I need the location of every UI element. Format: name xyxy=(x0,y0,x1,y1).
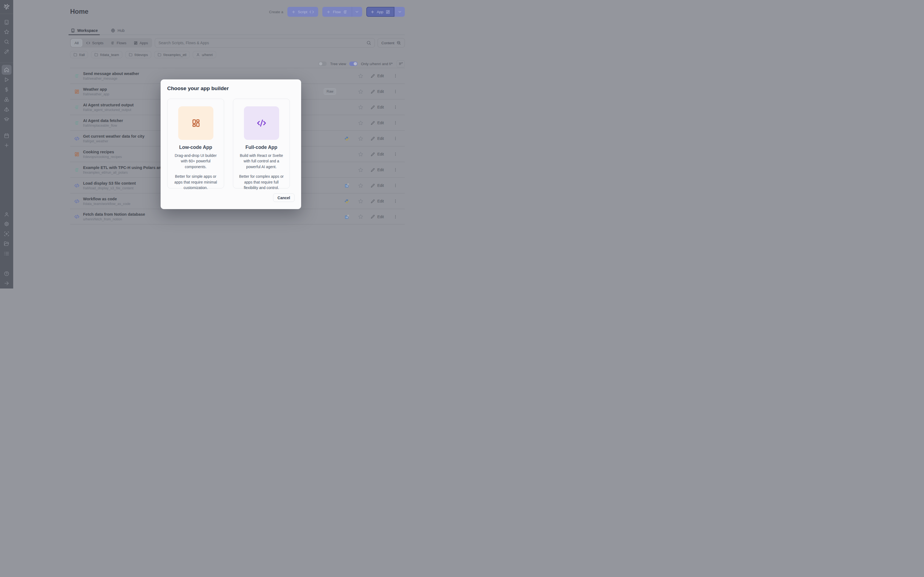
chip-folder[interactable]: f/all xyxy=(70,51,88,58)
kebab-icon xyxy=(393,105,397,110)
edit-button[interactable]: Edit xyxy=(371,214,384,219)
row-menu-button[interactable] xyxy=(393,183,397,188)
chip-folder[interactable]: f/examples_etl xyxy=(154,51,190,58)
create-app-button[interactable]: App xyxy=(366,7,394,17)
app-grid-icon xyxy=(134,41,138,45)
sidebar-item-favorites[interactable] xyxy=(4,29,9,35)
tab-workspace[interactable]: Workspace xyxy=(70,26,98,35)
row-menu-button[interactable] xyxy=(393,121,397,125)
edit-button[interactable]: Edit xyxy=(371,168,384,172)
filter-scripts[interactable]: Scripts xyxy=(83,39,107,47)
edit-label: Edit xyxy=(377,136,384,141)
pencil-icon xyxy=(371,121,375,125)
edit-button[interactable]: Edit xyxy=(371,199,384,203)
sidebar-item-folders[interactable] xyxy=(4,241,9,247)
table-row[interactable]: Fetch data from Notion database u/henri/… xyxy=(70,209,405,224)
cancel-button[interactable]: Cancel xyxy=(273,193,294,202)
help-circle-icon xyxy=(4,271,9,276)
python-icon xyxy=(344,199,350,204)
chip-user[interactable]: u/henri xyxy=(193,51,216,58)
favorite-star-button[interactable] xyxy=(358,120,363,126)
favorite-star-button[interactable] xyxy=(358,167,363,172)
favorite-star-button[interactable] xyxy=(358,73,363,79)
item-path: f/devops/cooking_recipes xyxy=(83,155,122,159)
create-script-button[interactable]: Script xyxy=(288,7,318,17)
only-owner-toggle[interactable] xyxy=(349,61,357,66)
kebab-icon xyxy=(393,214,397,219)
edit-label: Edit xyxy=(377,199,384,203)
create-app-dropdown[interactable] xyxy=(394,7,405,17)
sidebar-item-ai[interactable] xyxy=(4,49,9,55)
create-flow-dropdown[interactable] xyxy=(352,7,362,17)
low-code-app-card[interactable]: Low-code App Drag-and-drop UI builder wi… xyxy=(167,98,224,189)
favorite-star-button[interactable] xyxy=(358,183,363,188)
full-code-app-card[interactable]: Full-code App Build with React or Svelte… xyxy=(233,98,290,189)
search-input[interactable] xyxy=(158,41,366,45)
star-icon xyxy=(358,105,363,110)
edit-button[interactable]: Edit xyxy=(371,136,384,141)
windmill-logo-icon[interactable] xyxy=(3,3,10,10)
favorite-star-button[interactable] xyxy=(358,214,363,219)
row-menu-button[interactable] xyxy=(393,89,397,94)
bun-icon: TS xyxy=(344,183,350,188)
favorite-star-button[interactable] xyxy=(358,199,363,204)
sidebar-item-settings[interactable] xyxy=(4,221,9,227)
dollar-icon xyxy=(4,87,9,92)
sidebar-item-search[interactable] xyxy=(4,39,9,45)
sidebar-item-help[interactable] xyxy=(4,271,9,276)
tab-hub[interactable]: Hub xyxy=(110,26,125,35)
sidebar-item-audit-logs[interactable] xyxy=(4,251,9,256)
search-icon xyxy=(366,40,371,45)
content-button[interactable]: Content xyxy=(378,38,405,48)
filter-flows[interactable]: Flows xyxy=(107,39,129,47)
favorite-star-button[interactable] xyxy=(358,136,363,141)
filter-apps[interactable]: Apps xyxy=(130,39,152,47)
filter-settings-button[interactable] xyxy=(397,60,405,67)
edit-button[interactable]: Edit xyxy=(371,105,384,110)
row-menu-button[interactable] xyxy=(393,152,397,156)
star-icon xyxy=(358,199,363,204)
sidebar-item-academy[interactable] xyxy=(4,116,9,122)
sidebar-item-workspace[interactable] xyxy=(4,19,9,25)
row-menu-button[interactable] xyxy=(393,136,397,141)
sidebar-item-resources[interactable] xyxy=(4,97,9,102)
favorite-star-button[interactable] xyxy=(358,152,363,157)
pencil-icon xyxy=(371,105,375,110)
create-flow-button[interactable]: Flow xyxy=(322,7,352,17)
sidebar-item-variables[interactable] xyxy=(4,87,9,92)
full-code-note: Better for complex apps or apps that req… xyxy=(237,174,285,191)
search-icon xyxy=(4,39,9,45)
full-code-tile xyxy=(244,106,279,140)
low-code-tile xyxy=(178,106,213,140)
tree-view-toggle[interactable] xyxy=(318,61,327,66)
edit-button[interactable]: Edit xyxy=(371,183,384,188)
sidebar-collapse[interactable] xyxy=(4,280,9,286)
row-menu-button[interactable] xyxy=(393,214,397,219)
edit-button[interactable]: Edit xyxy=(371,74,384,78)
row-menu-button[interactable] xyxy=(393,168,397,172)
row-menu-button[interactable] xyxy=(393,74,397,78)
sidebar-item-users[interactable] xyxy=(4,211,9,217)
sidebar-item-schedule-calendar[interactable] xyxy=(4,133,9,139)
item-path: f/all/weather_app xyxy=(83,92,109,96)
edit-button[interactable]: Edit xyxy=(371,89,384,94)
sidebar-item-add[interactable] xyxy=(4,143,9,148)
sidebar-item-workers[interactable] xyxy=(4,231,9,237)
sidebar-item-home[interactable] xyxy=(2,65,11,75)
chip-folder[interactable]: f/devops xyxy=(125,51,151,58)
star-icon xyxy=(4,29,9,35)
sidebar-item-runs[interactable] xyxy=(4,77,9,82)
pencil-icon xyxy=(371,168,375,172)
edit-button[interactable]: Edit xyxy=(371,152,384,156)
item-title: Cooking recipes xyxy=(83,150,122,154)
favorite-star-button[interactable] xyxy=(358,105,363,110)
tab-bar: Workspace Hub xyxy=(70,26,405,35)
filter-all[interactable]: All xyxy=(71,39,82,47)
row-menu-button[interactable] xyxy=(393,105,397,110)
row-menu-button[interactable] xyxy=(393,199,397,203)
edit-button[interactable]: Edit xyxy=(371,121,384,125)
chip-folder[interactable]: f/data_team xyxy=(91,51,123,58)
favorite-star-button[interactable] xyxy=(358,89,363,94)
star-icon xyxy=(358,120,363,126)
sidebar-item-schedules[interactable] xyxy=(4,106,9,112)
